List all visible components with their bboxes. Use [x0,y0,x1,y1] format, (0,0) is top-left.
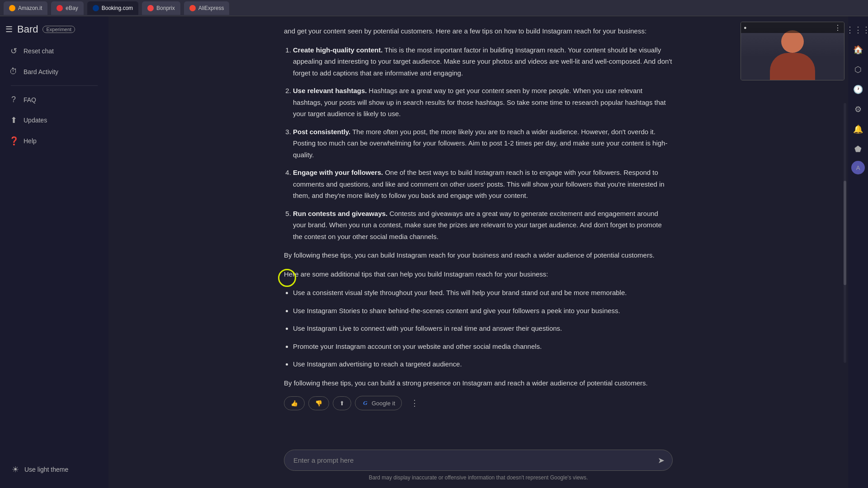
person-body [770,53,815,80]
tab-amazon-icon [9,5,15,11]
action-bar: 👍 👎 ⬆ G Google it ⋮ [284,396,673,419]
summary2: By following these tips, you can build a… [284,377,673,389]
bullet-item-3: Use Instagram Live to connect with your … [293,323,673,334]
scroll-indicator [844,103,846,363]
tab-booking-icon [93,5,99,11]
sidebar-item-label: Bard Activity [24,68,58,75]
light-theme-icon: ☀ [11,465,20,474]
light-theme-button[interactable]: ☀ Use light theme [5,460,103,479]
google-it-button[interactable]: G Google it [355,396,402,410]
history-icon[interactable]: 🕐 [850,81,866,98]
list-item-2: Use relevant hashtags. Hashtags are a gr… [293,85,673,120]
home-icon[interactable]: 🏠 [850,42,866,58]
tab-booking[interactable]: Booking.com [87,1,138,15]
prompt-input-wrap: ➤ [284,450,673,471]
sidebar-item-faq[interactable]: ? FAQ [4,90,105,109]
send-icon: ➤ [658,455,665,465]
settings-icon[interactable]: ⚙ [850,101,866,117]
share-icon: ⬆ [340,400,344,407]
sidebar-bottom: ☀ Use light theme [0,455,108,484]
bullet-item-5: Use Instagram advertising to reach a tar… [293,358,673,370]
extensions-icon[interactable]: ⬟ [850,141,866,157]
intro-text: and get your content seen by potential c… [284,25,673,37]
help-icon: ❓ [9,136,18,146]
video-indicator: ● [744,25,747,30]
bard-logo: Bard [17,23,38,35]
faq-icon: ? [9,95,18,104]
list-item-1: Create high-quality content. This is the… [293,44,673,79]
person-head [781,30,804,53]
chat-area[interactable]: and get your content seen by potential c… [108,16,848,450]
list-item-5: Run contests and giveaways. Contests and… [293,208,673,243]
more-options-button[interactable]: ⋮ [407,396,422,410]
thumbs-up-icon: 👍 [291,400,298,407]
bullet-item-2: Use Instagram Stories to share behind-th… [293,305,673,317]
sidebar-item-reset-chat[interactable]: ↺ Reset chat [4,42,105,61]
send-button[interactable]: ➤ [653,452,669,469]
list-item-3: Post consistently. The more often you po… [293,126,673,161]
sidebar-item-bard-activity[interactable]: ⏱ Bard Activity [4,62,105,81]
sidebar-item-label: FAQ [24,96,36,103]
thumbs-down-icon: 👎 [315,400,322,407]
right-sidebar: ⋮⋮⋮ 🏠 ⬡ 🕐 ⚙ 🔔 ⬟ A [848,16,868,488]
video-more-icon[interactable]: ⋮ [834,23,841,32]
hamburger-icon[interactable]: ☰ [5,24,13,34]
reset-chat-icon: ↺ [9,46,18,56]
user-avatar[interactable]: A [851,161,865,174]
thumbs-down-button[interactable]: 👎 [308,396,329,410]
main-content: and get your content seen by potential c… [108,16,848,488]
google-icon: G [362,399,369,407]
video-top-bar: ● ⋮ [741,22,844,33]
list-item-4: Engage with your followers. One of the b… [293,167,673,202]
bottom-area: ➤ Bard may display inaccurate or offensi… [108,450,848,488]
sidebar-item-label: Updates [24,117,47,124]
item4-title: Engage with your followers. [293,169,383,176]
response-text: and get your content seen by potential c… [284,25,673,389]
layers-icon[interactable]: ⬡ [850,61,866,78]
bard-activity-icon: ⏱ [9,67,18,76]
disclaimer-text: Bard may display inaccurate or offensive… [284,471,673,488]
updates-icon: ⬆ [9,115,18,125]
item3-title: Post consistently. [293,128,350,136]
item2-title: Use relevant hashtags. [293,87,367,94]
video-overlay: ● ⋮ [741,22,844,80]
bullet-list: Use a consistent visual style throughout… [293,287,673,370]
bullet-item-4: Promote your Instagram account on your w… [293,341,673,352]
sidebar-header: ☰ Bard Experiment [0,20,108,41]
item5-title: Run contests and giveaways. [293,210,387,217]
tab-amazon[interactable]: Amazon.it [4,1,47,15]
item1-title: Create high-quality content. [293,46,382,54]
numbered-list: Create high-quality content. This is the… [293,44,673,243]
browser-bar: Amazon.it eBay Booking.com Bonprix AliEx… [0,0,868,16]
light-theme-label: Use light theme [24,466,68,473]
more-options-btn[interactable]: ⋮⋮⋮ [850,22,866,38]
scroll-thumb[interactable] [844,181,846,285]
share-button[interactable]: ⬆ [333,396,351,410]
sidebar-nav: ↺ Reset chat ⏱ Bard Activity ? FAQ ⬆ Upd… [0,41,108,455]
notifications-icon[interactable]: 🔔 [850,121,866,137]
summary1: By following these tips, you can build I… [284,249,673,261]
tab-bonprix-icon [147,5,154,11]
prompt-input[interactable] [284,450,673,471]
sidebar-item-updates[interactable]: ⬆ Updates [4,111,105,130]
experiment-badge: Experiment [42,26,75,33]
sidebar-divider [11,85,98,86]
more-icon: ⋮ [410,398,419,408]
sidebar: ☰ Bard Experiment ↺ Reset chat ⏱ Bard Ac… [0,16,108,488]
tab-bonprix[interactable]: Bonprix [142,1,180,15]
tab-aliexpress-icon [189,5,196,11]
tab-ebay[interactable]: eBay [51,1,83,15]
sidebar-item-label: Reset chat [24,47,54,55]
sidebar-item-help[interactable]: ❓ Help [4,131,105,150]
bullet-item-1: Use a consistent visual style throughout… [293,287,673,299]
additional-tips-intro: Here are some additional tips that can h… [284,268,673,280]
google-it-label: Google it [372,400,395,407]
sidebar-item-label: Help [24,137,37,145]
thumbs-up-button[interactable]: 👍 [284,396,305,410]
tab-aliexpress[interactable]: AliExpress [184,1,230,15]
tab-ebay-icon [57,5,63,11]
